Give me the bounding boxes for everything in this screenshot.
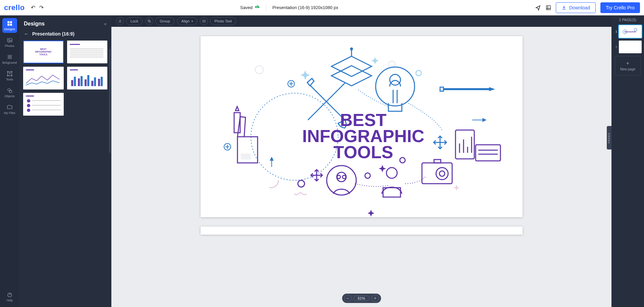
svg-rect-32: [91, 81, 93, 86]
page-thumb-1[interactable]: 1 INFOGRAPHIC: [614, 25, 642, 38]
pages-tab[interactable]: PAGES: [607, 126, 611, 149]
svg-rect-20: [70, 55, 103, 55]
panel-scrollbar[interactable]: [109, 49, 111, 153]
svg-rect-16: [70, 44, 80, 45]
svg-point-42: [27, 109, 30, 112]
tool-designs[interactable]: Designs: [2, 18, 17, 33]
svg-rect-37: [26, 96, 34, 97]
svg-rect-31: [87, 75, 89, 86]
svg-point-84: [386, 168, 397, 178]
svg-point-89: [342, 175, 346, 179]
template-thumb[interactable]: [67, 67, 108, 89]
photo-text-button[interactable]: Photo Text: [210, 17, 236, 25]
template-thumb[interactable]: [23, 93, 64, 116]
zoom-out-button[interactable]: −: [344, 295, 351, 302]
lock-button[interactable]: Lock: [126, 17, 143, 25]
tool-background[interactable]: Bckground: [2, 52, 17, 66]
tool-texts[interactable]: Texts: [2, 68, 17, 83]
group-icon[interactable]: [145, 17, 153, 25]
svg-marker-52: [489, 87, 495, 91]
tool-photos[interactable]: Photos: [2, 35, 17, 50]
svg-rect-39: [32, 100, 61, 101]
lock-icon[interactable]: [116, 17, 124, 25]
collapse-panel-button[interactable]: «: [104, 21, 107, 26]
svg-rect-1: [7, 21, 9, 23]
svg-point-109: [416, 70, 421, 76]
zoom-bar: − 61% +: [342, 294, 381, 303]
page-thumb-2[interactable]: 2: [614, 41, 642, 53]
new-page-button[interactable]: + New page: [615, 56, 641, 75]
undo-button[interactable]: ↶: [31, 4, 35, 11]
help-button[interactable]: Help: [2, 290, 17, 304]
tool-rail: Designs Photos Bckground Texts Objects M…: [0, 15, 19, 307]
zoom-in-button[interactable]: +: [372, 295, 379, 302]
svg-point-73: [436, 168, 448, 180]
svg-point-10: [7, 75, 8, 76]
template-thumb[interactable]: [23, 67, 64, 89]
page-1[interactable]: BEST INFOGRAPHIC TOOLS: [201, 36, 523, 217]
tool-myfiles-label: My Files: [4, 111, 15, 115]
tool-objects[interactable]: Objects: [2, 85, 17, 100]
svg-marker-104: [379, 165, 386, 172]
group-button[interactable]: Group: [155, 17, 174, 25]
svg-rect-25: [70, 69, 78, 70]
svg-point-58: [376, 67, 415, 106]
svg-point-108: [400, 158, 405, 163]
page-mini: INFOGRAPHIC: [619, 25, 642, 38]
tool-myfiles[interactable]: My Files: [2, 102, 17, 117]
share-icon[interactable]: [535, 5, 541, 11]
template-thumb[interactable]: [67, 41, 108, 63]
download-button[interactable]: Download: [556, 2, 596, 13]
page-number: 2: [614, 45, 617, 49]
saved-status: Saved: [240, 5, 260, 10]
document-title[interactable]: Presentation (16-9) 1920x1080 px: [272, 5, 338, 10]
svg-point-59: [390, 74, 400, 85]
app-body: Designs Photos Bckground Texts Objects M…: [0, 15, 644, 307]
svg-point-12: [8, 88, 10, 91]
try-pro-button[interactable]: Try Crello Pro: [600, 2, 640, 13]
saved-label: Saved: [240, 5, 253, 10]
tool-texts-label: Texts: [6, 78, 13, 81]
svg-rect-33: [94, 77, 96, 86]
app-logo[interactable]: crello: [4, 3, 25, 12]
template-thumb[interactable]: BEST INFOGRAPHIC TOOLS: [23, 41, 64, 63]
svg-rect-19: [70, 53, 103, 53]
svg-rect-26: [71, 80, 73, 86]
page-mini: [619, 41, 642, 53]
zoom-value[interactable]: 61%: [353, 296, 369, 301]
svg-rect-30: [85, 79, 87, 86]
svg-point-6: [8, 39, 9, 40]
resize-icon[interactable]: [546, 5, 551, 10]
context-toolbar: Lock Group Align▾ Photo Text: [111, 15, 611, 27]
help-label: Help: [6, 299, 13, 302]
svg-marker-54: [331, 56, 372, 76]
svg-point-107: [365, 173, 370, 178]
photo-text-icon[interactable]: [200, 17, 208, 25]
redo-button[interactable]: ↷: [39, 4, 44, 11]
page-number: 1: [614, 30, 617, 33]
designs-panel: Designs « ← Presentation (16:9) BEST INF…: [19, 15, 111, 307]
svg-point-57: [351, 48, 353, 50]
cloud-saved-icon: [255, 5, 260, 10]
back-arrow-button[interactable]: ←: [24, 31, 29, 37]
svg-point-9: [11, 71, 12, 72]
svg-rect-23: [26, 69, 34, 70]
svg-rect-27: [74, 77, 76, 86]
pages-count-label: 2 PAGE(S): [619, 18, 636, 22]
svg-rect-53: [440, 87, 443, 91]
svg-point-106: [298, 180, 305, 187]
svg-point-110: [264, 173, 278, 188]
svg-rect-35: [101, 77, 103, 86]
svg-marker-105: [368, 210, 374, 217]
svg-rect-3: [7, 23, 9, 25]
pages-rail: 2 PAGE(S) 1 INFOGRAPHIC 2 + New page PAG…: [611, 15, 644, 307]
canvas-area: Lock Group Align▾ Photo Text: [111, 15, 611, 307]
tool-background-label: Bckground: [2, 61, 17, 64]
page-2[interactable]: [201, 227, 523, 235]
svg-point-40: [27, 104, 30, 107]
svg-marker-68: [235, 107, 239, 111]
svg-rect-41: [32, 105, 61, 106]
canvas-scroll[interactable]: BEST INFOGRAPHIC TOOLS: [111, 27, 611, 307]
align-dropdown[interactable]: Align▾: [177, 17, 197, 25]
svg-point-11: [11, 75, 12, 76]
